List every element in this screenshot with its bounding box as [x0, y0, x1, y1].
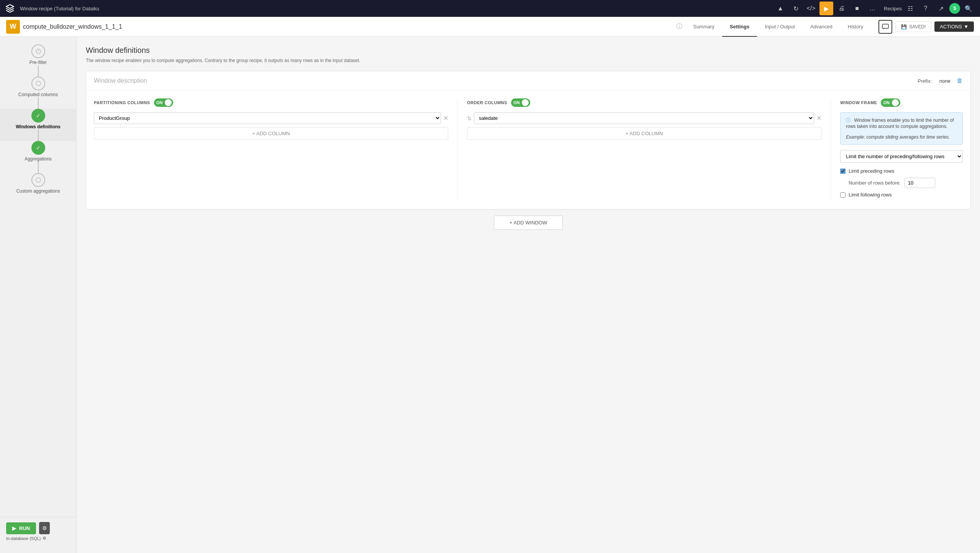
limit-following-checkbox[interactable]	[840, 192, 846, 198]
partitioning-toggle[interactable]: ON	[154, 98, 174, 107]
add-window-button[interactable]: + ADD WINDOW	[494, 216, 563, 230]
divider-1	[457, 98, 458, 201]
actions-button[interactable]: ACTIONS ▼	[934, 21, 974, 32]
recipe-name-label: compute_bulldozer_windows_1_1_1	[23, 23, 673, 30]
code-icon[interactable]: </>	[804, 2, 818, 15]
sidebar-step-aggregations[interactable]: ✓ Aggregations	[0, 141, 76, 173]
play-icon[interactable]: ▶	[819, 2, 833, 15]
divider-2	[831, 98, 831, 201]
order-add-column-button[interactable]: + ADD COLUMN	[467, 127, 821, 140]
prefix-value: none	[939, 78, 951, 84]
tab-history[interactable]: History	[840, 17, 871, 37]
sidebar-step-computed-columns[interactable]: Computed columns	[0, 77, 76, 109]
rows-before-label: Number of rows before:	[849, 180, 901, 186]
saved-label: SAVED!	[909, 24, 926, 29]
run-mode-settings-icon[interactable]: ⚙	[43, 536, 46, 541]
rows-before-input[interactable]	[905, 178, 935, 188]
save-icon: 💾	[901, 24, 907, 29]
frame-info-example: Example: compute sliding averages for ti…	[846, 134, 950, 140]
deploy-icon[interactable]: ▲	[774, 2, 787, 15]
step-circle-windows-definitions: ✓	[31, 109, 45, 123]
partitioning-toggle-knob	[165, 99, 172, 106]
connector-3	[38, 129, 39, 141]
frame-toggle[interactable]: ON	[881, 98, 900, 107]
nav-tabs: Summary Settings Input / Output Advanced…	[685, 17, 871, 36]
top-navigation: Window recipe (Tutorial) for Dataiku ▲ ↻…	[0, 0, 980, 17]
tab-input-output[interactable]: Input / Output	[757, 17, 803, 37]
prefix-label: Prefix:	[918, 78, 932, 84]
partitioning-column-row: ProductGroup ✕	[94, 112, 448, 124]
order-header: ORDER COLUMNS ON	[467, 98, 821, 107]
delete-window-icon[interactable]: 🗑	[957, 77, 963, 84]
connector-4	[38, 162, 39, 173]
svg-rect-0	[882, 24, 888, 28]
partitioning-column-select[interactable]: ProductGroup	[94, 112, 441, 124]
order-section: ORDER COLUMNS ON ⇅ saledate ✕ + ADD CO	[467, 98, 821, 201]
sidebar-bottom: ▶ RUN ⚙ In-database (SQL) ⚙	[0, 517, 76, 545]
window-card: Window description Prefix: none 🗑 PARTIT…	[86, 71, 971, 209]
sidebar-step-pre-filter[interactable]: Pre-filter	[0, 44, 76, 77]
comment-button[interactable]	[878, 20, 892, 34]
window-card-header: Window description Prefix: none 🗑	[86, 71, 970, 91]
limit-preceding-checkbox[interactable]	[840, 169, 846, 174]
sidebar: Pre-filter Computed columns ✓ Windows de…	[0, 37, 77, 553]
connector-2	[38, 97, 39, 109]
sidebar-step-custom-aggregations[interactable]: Custom aggregations	[0, 173, 76, 194]
sidebar-step-label-custom-aggregations: Custom aggregations	[13, 188, 63, 194]
frame-info-text: Window frames enable you to limit the nu…	[846, 118, 954, 129]
recipe-title: Window recipe (Tutorial) for Dataiku	[20, 6, 772, 11]
run-button[interactable]: ▶ RUN	[6, 522, 36, 534]
limit-preceding-row: Limit preceding rows	[840, 168, 963, 174]
partitioning-add-column-button[interactable]: + ADD COLUMN	[94, 127, 448, 140]
chevron-down-icon: ▼	[964, 24, 969, 29]
order-toggle[interactable]: ON	[511, 98, 531, 107]
refresh-icon[interactable]: ↻	[789, 2, 803, 15]
app-logo	[5, 3, 15, 14]
limit-preceding-label: Limit preceding rows	[849, 168, 894, 174]
run-settings-button[interactable]: ⚙	[39, 522, 50, 534]
sidebar-step-label-computed-columns: Computed columns	[15, 92, 61, 97]
more-icon[interactable]: …	[865, 2, 879, 15]
sidebar-step-label-pre-filter: Pre-filter	[26, 60, 50, 65]
order-title: ORDER COLUMNS	[467, 100, 507, 105]
sidebar-step-windows-definitions[interactable]: ✓ Windows definitions	[0, 109, 76, 141]
window-card-body: PARTITIONING COLUMNS ON ProductGroup ✕ +…	[86, 91, 970, 209]
svg-point-4	[36, 178, 41, 182]
saved-button[interactable]: 💾 SAVED!	[895, 21, 931, 32]
order-remove-button[interactable]: ✕	[816, 115, 821, 121]
tab-settings[interactable]: Settings	[722, 17, 757, 37]
recipe-type-icon: W	[6, 20, 20, 34]
recipes-label: Recipes	[884, 6, 902, 11]
main-layout: Pre-filter Computed columns ✓ Windows de…	[0, 37, 980, 553]
run-label: RUN	[19, 525, 30, 531]
tab-advanced[interactable]: Advanced	[803, 17, 840, 37]
partitioning-toggle-label: ON	[156, 100, 164, 105]
partitioning-section: PARTITIONING COLUMNS ON ProductGroup ✕ +…	[94, 98, 448, 201]
help-icon[interactable]: ?	[919, 2, 932, 15]
print-icon[interactable]: 🖨	[835, 2, 849, 15]
sort-icon: ⇅	[467, 115, 472, 121]
trending-icon[interactable]: ↗	[934, 2, 948, 15]
search-icon[interactable]: 🔍	[962, 2, 975, 15]
add-window-row: + ADD WINDOW	[86, 216, 971, 230]
tab-summary[interactable]: Summary	[685, 17, 722, 37]
window-frame-header: WINDOW FRAME ON	[840, 98, 963, 107]
dashboard-icon[interactable]: ■	[850, 2, 864, 15]
order-column-row: ⇅ saledate ✕	[467, 112, 821, 124]
partitioning-remove-button[interactable]: ✕	[443, 115, 448, 121]
frame-type-select[interactable]: Limit the number of preceding/following …	[840, 150, 963, 163]
connector-1	[38, 65, 39, 77]
recipe-info-icon[interactable]: ⓘ	[676, 23, 682, 31]
order-toggle-label: ON	[513, 100, 521, 105]
window-frame-section: WINDOW FRAME ON ⓘ Window frames enable y…	[840, 98, 963, 201]
content-area: Window definitions The window recipe ena…	[77, 37, 980, 553]
info-circle-icon: ⓘ	[846, 118, 851, 123]
run-mode-label: In-database (SQL) ⚙	[6, 536, 70, 541]
order-column-select[interactable]: saledate	[474, 112, 814, 124]
order-toggle-knob	[522, 99, 529, 106]
page-title: Window definitions	[86, 46, 971, 55]
frame-info-box: ⓘ Window frames enable you to limit the …	[840, 112, 963, 145]
run-play-icon: ▶	[12, 525, 16, 531]
avatar[interactable]: S	[949, 3, 960, 14]
grid-icon[interactable]: ☷	[903, 2, 917, 15]
